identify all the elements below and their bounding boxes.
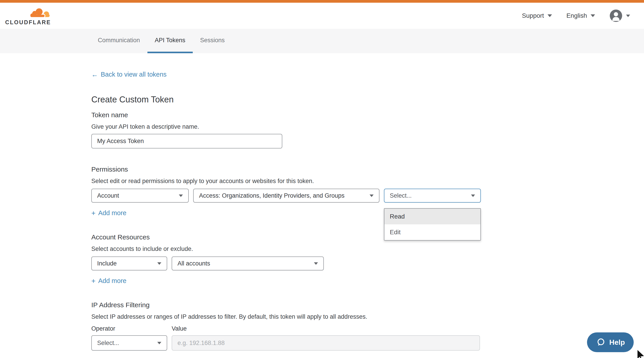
avatar-icon	[610, 9, 622, 22]
account-resources-description: Select accounts to include or exclude.	[91, 245, 482, 252]
chevron-down-icon	[626, 15, 630, 17]
chevron-down-icon	[548, 14, 552, 17]
select-value: All accounts	[178, 260, 210, 267]
cloudflare-logo[interactable]: CLOUDFLARE	[5, 7, 51, 25]
tab-sessions[interactable]: Sessions	[193, 29, 232, 53]
select-placeholder: Select...	[97, 339, 119, 346]
cloudflare-cloud-icon	[28, 7, 51, 19]
account-menu[interactable]	[610, 9, 630, 22]
main-content: ← Back to view all tokens Create Custom …	[91, 53, 482, 350]
language-label: English	[566, 12, 587, 19]
resource-mode-select[interactable]: Include	[91, 256, 167, 270]
chevron-down-icon	[370, 194, 374, 197]
help-label: Help	[609, 338, 625, 346]
ip-operator-select[interactable]: Select...	[91, 335, 167, 350]
chevron-down-icon	[157, 342, 161, 344]
plus-icon: +	[91, 277, 96, 284]
token-name-heading: Token name	[91, 111, 482, 119]
add-more-label: Add more	[98, 209, 126, 217]
menu-option-label: Edit	[390, 229, 400, 236]
operator-label: Operator	[91, 325, 167, 332]
header: CLOUDFLARE Support English	[0, 3, 644, 29]
select-placeholder: Select...	[390, 192, 412, 199]
header-nav: Support English	[522, 9, 630, 22]
ip-value-input[interactable]	[172, 335, 480, 350]
permissions-section: Permissions Select edit or read permissi…	[91, 166, 482, 217]
permissions-row: Account Access: Organizations, Identity …	[91, 189, 482, 203]
permissions-description: Select edit or read permissions to apply…	[91, 178, 482, 185]
menu-option-read[interactable]: Read	[384, 209, 480, 224]
menu-option-edit[interactable]: Edit	[384, 224, 480, 240]
plus-icon: +	[91, 210, 96, 217]
tab-api-tokens[interactable]: API Tokens	[148, 29, 193, 53]
tab-bar: Communication API Tokens Sessions	[0, 29, 644, 53]
back-arrow-icon: ←	[91, 71, 98, 78]
page: CLOUDFLARE Support English	[0, 0, 644, 358]
ip-filtering-heading: IP Address Filtering	[91, 301, 482, 309]
mouse-cursor	[636, 349, 644, 358]
select-value: Include	[97, 260, 117, 267]
support-menu[interactable]: Support	[522, 12, 552, 19]
account-resources-add-more-link[interactable]: + Add more	[91, 277, 126, 284]
menu-option-label: Read	[390, 213, 405, 220]
chevron-down-icon	[179, 194, 183, 197]
permission-level-dropdown-menu: Read Edit	[384, 208, 481, 240]
brand-accent-bar	[0, 0, 644, 3]
language-menu[interactable]: English	[566, 12, 595, 19]
support-label: Support	[522, 12, 544, 19]
tab-communication[interactable]: Communication	[90, 29, 148, 53]
select-value: Account	[97, 192, 119, 199]
resource-scope-select[interactable]: All accounts	[172, 256, 324, 270]
account-resources-row: Include All accounts	[91, 256, 482, 270]
help-button[interactable]: Help	[587, 332, 634, 352]
token-name-input[interactable]	[91, 134, 282, 148]
page-title: Create Custom Token	[91, 95, 482, 104]
chevron-down-icon	[157, 262, 161, 265]
back-to-tokens-link[interactable]: ← Back to view all tokens	[91, 71, 166, 78]
token-name-section: Token name Give your API token a descrip…	[91, 111, 482, 148]
select-value: Access: Organizations, Identity Provider…	[199, 192, 344, 199]
permission-resource-select[interactable]: Access: Organizations, Identity Provider…	[193, 189, 380, 203]
tab-label: Communication	[98, 37, 140, 44]
permissions-heading: Permissions	[91, 166, 482, 173]
value-label: Value	[172, 325, 187, 332]
chevron-down-icon	[590, 14, 595, 17]
tab-label: API Tokens	[155, 37, 185, 44]
permissions-add-more-link[interactable]: + Add more	[91, 209, 126, 217]
tab-label: Sessions	[200, 37, 225, 44]
chevron-down-icon	[471, 194, 475, 197]
ip-field-labels: Operator Value	[91, 325, 482, 332]
ip-filter-row: Select...	[91, 335, 482, 350]
permission-scope-select[interactable]: Account	[91, 189, 189, 203]
chat-bubble-icon	[596, 337, 606, 347]
token-name-description: Give your API token a descriptive name.	[91, 123, 482, 130]
account-resources-section: Account Resources Select accounts to inc…	[91, 233, 482, 284]
permission-level-select[interactable]: Select...	[384, 189, 481, 203]
add-more-label: Add more	[98, 277, 126, 284]
ip-filtering-description: Select IP addresses or ranges of IP addr…	[91, 313, 482, 320]
ip-filtering-section: IP Address Filtering Select IP addresses…	[91, 301, 482, 350]
chevron-down-icon	[314, 262, 318, 265]
logo-wordmark: CLOUDFLARE	[5, 20, 51, 25]
back-link-label: Back to view all tokens	[101, 71, 166, 78]
